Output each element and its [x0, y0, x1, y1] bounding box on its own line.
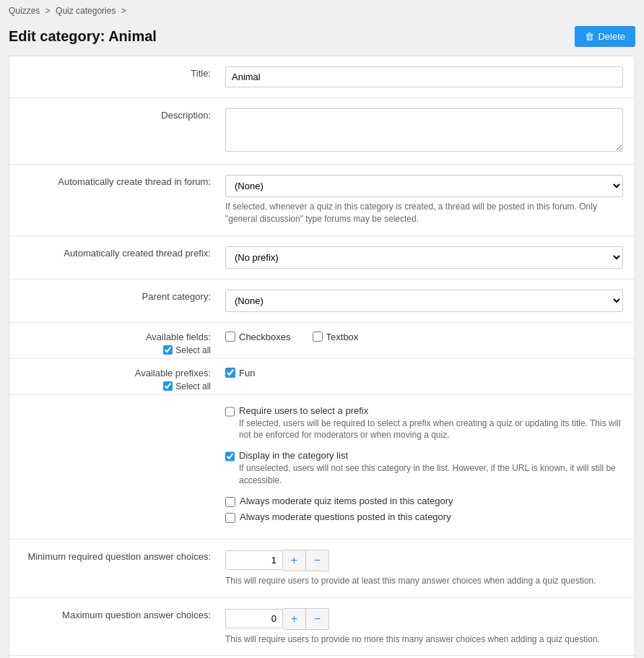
require-prefix-text: Require users to select a prefix If sele…: [239, 405, 623, 442]
max-answers-stepper: + −: [225, 608, 623, 630]
description-textarea[interactable]: [225, 108, 623, 152]
parent-category-select[interactable]: (None): [225, 290, 623, 312]
misc-options-label: [9, 402, 222, 407]
thread-prefix-content: (No prefix): [222, 243, 635, 272]
title-input[interactable]: [225, 66, 623, 87]
available-fields-content: Checkboxes Textbox: [222, 329, 635, 347]
misc-options-row: Require users to select a prefix If sele…: [9, 395, 635, 540]
moderate-quiz-item: Always moderate quiz items posted in thi…: [225, 495, 623, 507]
min-answers-row: Minimum required question answer choices…: [9, 540, 635, 598]
breadcrumb: Quizzes > Quiz categories >: [0, 0, 644, 22]
thread-prefix-select[interactable]: (No prefix): [225, 246, 623, 269]
available-fields-left: Available fields: Select all: [9, 329, 222, 355]
parent-category-label: Parent category:: [9, 287, 222, 302]
require-prefix-item: Require users to select a prefix If sele…: [225, 405, 623, 442]
forum-select[interactable]: (None): [225, 175, 623, 197]
min-answers-stepper: + −: [225, 550, 623, 571]
forum-content: (None) If selected, whenever a quiz in t…: [222, 172, 635, 228]
misc-options-content: Require users to select a prefix If sele…: [222, 402, 635, 532]
available-prefixes-label: Available prefixes:: [9, 365, 211, 378]
breadcrumb-quiz-categories[interactable]: Quiz categories: [56, 6, 116, 16]
available-fields-checkboxes: Checkboxes Textbox: [225, 332, 623, 345]
forum-row: Automatically create thread in forum: (N…: [9, 165, 635, 236]
available-fields-label: Available fields:: [9, 329, 211, 342]
max-answers-minus-button[interactable]: −: [306, 608, 329, 630]
display-category-text: Display in the category list If unselect…: [239, 450, 623, 487]
forum-label: Automatically create thread in forum:: [9, 172, 222, 187]
page-header: Edit category: Animal Delete: [0, 22, 644, 56]
min-answers-input[interactable]: [225, 550, 283, 570]
min-answers-hint: This will require users to provide at le…: [225, 575, 623, 587]
textbox-field-checkbox[interactable]: [313, 332, 323, 342]
display-category-label[interactable]: Display in the category list: [239, 450, 348, 461]
max-answers-label: Maximum question answer choices:: [9, 605, 222, 620]
title-content: [222, 64, 635, 90]
display-category-checkbox[interactable]: [225, 451, 235, 462]
moderate-quiz-label[interactable]: Always moderate quiz items posted in thi…: [240, 495, 453, 506]
available-prefixes-row: Available prefixes: Select all Fun: [9, 359, 635, 395]
checkboxes-field-item: Checkboxes: [225, 332, 291, 342]
require-prefix-hint: If selected, users will be required to s…: [239, 417, 623, 442]
available-fields-select-all-label[interactable]: Select all: [175, 345, 211, 355]
parent-category-row: Parent category: (None): [9, 280, 635, 323]
thread-prefix-row: Automatically created thread prefix: (No…: [9, 236, 635, 280]
available-prefixes-left: Available prefixes: Select all: [9, 365, 222, 391]
trash-icon: [585, 31, 594, 42]
max-answers-row: Maximum question answer choices: + − Thi…: [9, 598, 635, 657]
description-row: Description:: [9, 98, 635, 165]
description-content: [222, 105, 635, 157]
min-answers-content: + − This will require users to provide a…: [222, 547, 635, 590]
max-answers-content: + − This will require users to provide n…: [222, 605, 635, 649]
require-prefix-checkbox[interactable]: [225, 407, 235, 417]
parent-category-content: (None): [222, 287, 635, 315]
textbox-field-item: Textbox: [313, 332, 359, 342]
form-container: Title: Description: Automatically create…: [9, 56, 635, 658]
display-category-hint: If unselected, users will not see this c…: [239, 462, 623, 487]
display-category-item: Display in the category list If unselect…: [225, 450, 623, 487]
fun-prefix-item: Fun: [225, 368, 623, 378]
min-answers-label: Minimum required question answer choices…: [9, 547, 222, 562]
min-answers-minus-button[interactable]: −: [306, 550, 329, 571]
max-answers-hint: This will require users to provide no mo…: [225, 633, 623, 646]
available-fields-row: Available fields: Select all Checkboxes …: [9, 323, 635, 359]
require-prefix-label[interactable]: Require users to select a prefix: [239, 405, 368, 416]
thread-prefix-label: Automatically created thread prefix:: [9, 243, 222, 259]
available-prefixes-content: Fun: [222, 365, 635, 384]
textbox-field-label[interactable]: Textbox: [326, 332, 359, 342]
fun-prefix-label[interactable]: Fun: [239, 368, 255, 378]
moderate-questions-item: Always moderate questions posted in this…: [225, 511, 623, 523]
forum-hint: If selected, whenever a quiz in this cat…: [225, 201, 623, 225]
max-answers-plus-button[interactable]: +: [283, 608, 306, 630]
available-prefixes-selectall: Select all: [9, 381, 211, 391]
description-label: Description:: [9, 105, 222, 121]
page-title: Edit category: Animal: [9, 28, 157, 45]
min-answers-plus-button[interactable]: +: [283, 550, 306, 571]
checkboxes-field-checkbox[interactable]: [225, 332, 235, 342]
available-prefixes-select-all-checkbox[interactable]: [163, 381, 173, 391]
checkboxes-field-label[interactable]: Checkboxes: [239, 332, 291, 342]
moderate-quiz-checkbox[interactable]: [225, 497, 235, 507]
max-answers-input[interactable]: [225, 609, 283, 628]
title-row: Title:: [9, 56, 635, 98]
moderate-questions-checkbox[interactable]: [225, 513, 235, 523]
fun-prefix-checkbox[interactable]: [225, 368, 235, 378]
available-fields-selectall: Select all: [9, 345, 211, 355]
breadcrumb-quizzes[interactable]: Quizzes: [9, 6, 40, 16]
available-prefixes-select-all-label[interactable]: Select all: [175, 381, 211, 391]
title-label: Title:: [9, 64, 222, 79]
available-fields-select-all-checkbox[interactable]: [163, 345, 173, 355]
moderate-questions-label[interactable]: Always moderate questions posted in this…: [240, 511, 451, 522]
delete-button[interactable]: Delete: [575, 26, 635, 47]
